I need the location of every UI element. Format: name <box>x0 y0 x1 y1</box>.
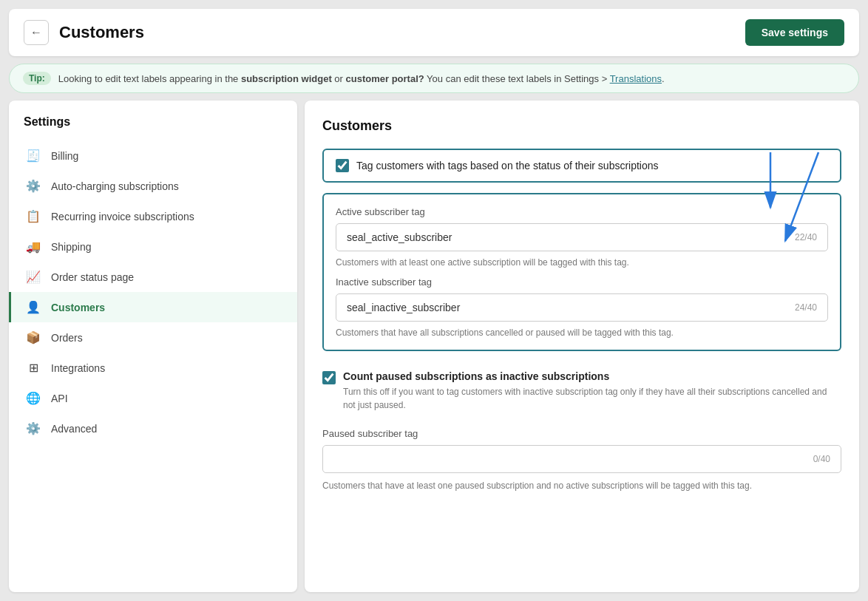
count-paused-title: Count paused subscriptions as inactive s… <box>343 370 841 382</box>
sidebar-label-shipping: Shipping <box>51 241 92 253</box>
paused-tag-input[interactable] <box>333 453 813 465</box>
sidebar-label-orders: Orders <box>51 332 83 344</box>
tag-customers-label: Tag customers with tags based on the sta… <box>356 160 659 172</box>
page-title: Customers <box>59 23 144 42</box>
sidebar-item-billing[interactable]: 🧾 Billing <box>9 140 297 171</box>
inactive-tag-input-wrap: 24/40 <box>336 293 828 322</box>
shipping-icon: 🚚 <box>26 240 41 254</box>
sidebar-item-auto-charging[interactable]: ⚙️ Auto-charging subscriptions <box>9 171 297 201</box>
sidebar-label-billing: Billing <box>51 150 78 162</box>
sidebar-label-recurring: Recurring invoice subscriptions <box>51 211 194 223</box>
api-icon: 🌐 <box>26 391 41 405</box>
content-panel: Customers Tag customers with tags based … <box>305 101 859 592</box>
paused-tag-hint: Customers that have at least one paused … <box>322 479 841 492</box>
count-paused-row: Count paused subscriptions as inactive s… <box>322 361 841 421</box>
content-title: Customers <box>322 118 841 134</box>
active-tag-input-wrap: 22/40 <box>336 223 828 251</box>
sidebar-label-api: API <box>51 393 68 404</box>
paused-tag-input-wrap: 0/40 <box>322 445 841 473</box>
sidebar-item-api[interactable]: 🌐 API <box>9 383 297 413</box>
tip-badge: Tip: <box>23 72 51 85</box>
billing-icon: 🧾 <box>26 149 41 163</box>
sidebar-item-order-status[interactable]: 📈 Order status page <box>9 262 297 292</box>
page-wrapper: ← Customers Save settings Tip: Looking t… <box>0 0 868 601</box>
tip-bar: Tip: Looking to edit text labels appeari… <box>9 64 859 93</box>
sidebar-label-integrations: Integrations <box>51 362 105 374</box>
tag-customers-row: Tag customers with tags based on the sta… <box>322 149 841 183</box>
sidebar-item-integrations[interactable]: ⊞ Integrations <box>9 353 297 383</box>
inactive-tag-hint: Customers that have all subscriptions ca… <box>336 327 828 338</box>
tip-text: Looking to edit text labels appearing in… <box>58 73 665 84</box>
save-settings-button[interactable]: Save settings <box>745 19 844 46</box>
advanced-icon: ⚙️ <box>26 421 41 435</box>
sidebar: Settings 🧾 Billing ⚙️ Auto-charging subs… <box>9 101 297 592</box>
translations-link[interactable]: Translations <box>610 73 662 84</box>
active-tag-input[interactable] <box>347 231 795 243</box>
sidebar-heading: Settings <box>9 115 297 140</box>
sidebar-item-advanced[interactable]: ⚙️ Advanced <box>9 413 297 444</box>
customers-icon: 👤 <box>26 300 41 314</box>
sidebar-label-customers: Customers <box>51 302 105 313</box>
inactive-tag-input[interactable] <box>347 302 795 313</box>
paused-tag-label: Paused subscriber tag <box>322 428 841 439</box>
count-paused-checkbox[interactable] <box>322 371 336 384</box>
header: ← Customers Save settings <box>9 9 859 56</box>
sidebar-label-order-status: Order status page <box>51 271 134 283</box>
tag-customers-checkbox[interactable] <box>336 159 349 172</box>
order-status-icon: 📈 <box>26 270 41 284</box>
recurring-icon: 📋 <box>26 209 41 223</box>
active-tag-hint: Customers with at least one active subsc… <box>336 257 828 268</box>
active-tag-label: Active subscriber tag <box>336 206 828 217</box>
count-paused-text: Count paused subscriptions as inactive s… <box>343 370 841 412</box>
inactive-tag-count: 24/40 <box>795 302 817 313</box>
back-button[interactable]: ← <box>24 20 49 45</box>
orders-icon: 📦 <box>26 330 41 344</box>
sidebar-item-customers[interactable]: 👤 Customers <box>9 292 297 322</box>
sidebar-item-orders[interactable]: 📦 Orders <box>9 322 297 353</box>
auto-charging-icon: ⚙️ <box>26 179 41 193</box>
header-left: ← Customers <box>24 20 144 45</box>
inactive-tag-label: Inactive subscriber tag <box>336 276 828 288</box>
paused-tag-section: Paused subscriber tag 0/40 Customers tha… <box>322 428 841 492</box>
subscriber-tag-section: Active subscriber tag 22/40 Customers wi… <box>322 193 841 351</box>
sidebar-label-advanced: Advanced <box>51 423 97 435</box>
sidebar-label-auto-charging: Auto-charging subscriptions <box>51 180 179 192</box>
paused-tag-count: 0/40 <box>813 454 830 464</box>
active-tag-count: 22/40 <box>795 232 817 242</box>
integrations-icon: ⊞ <box>26 361 41 375</box>
sidebar-item-shipping[interactable]: 🚚 Shipping <box>9 231 297 262</box>
count-paused-description: Turn this off if you want to tag custome… <box>343 385 841 412</box>
main-layout: Settings 🧾 Billing ⚙️ Auto-charging subs… <box>9 101 859 592</box>
sidebar-item-recurring[interactable]: 📋 Recurring invoice subscriptions <box>9 201 297 231</box>
